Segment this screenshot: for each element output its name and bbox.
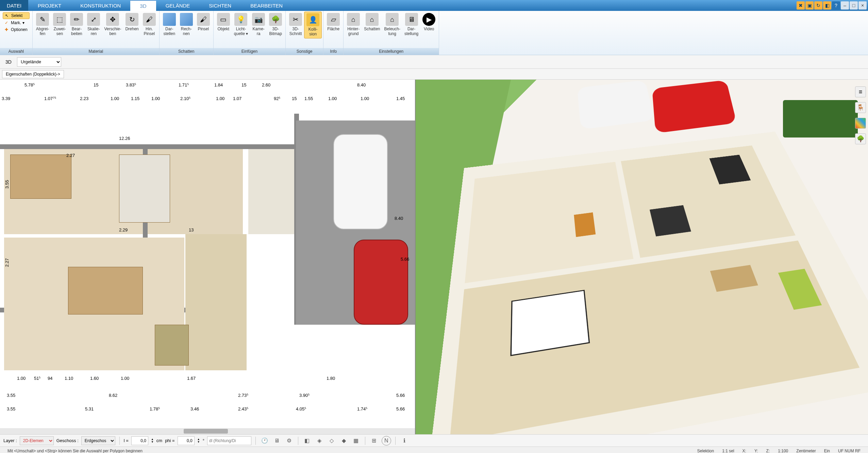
- snap-icon-5[interactable]: ▦: [351, 436, 361, 446]
- status-hint: Mit <Umschalt> und <Strg> können Sie die…: [3, 449, 147, 453]
- status-y: Y:: [750, 449, 762, 453]
- group-label-einstellungen: Einstellungen: [344, 48, 439, 55]
- status-selektion: Selektion: [693, 449, 718, 453]
- layer-select[interactable]: 2D-Elemen: [20, 436, 54, 445]
- sub-toolbar: 3D Urgelände: [0, 55, 868, 69]
- dim: 1.07: [233, 96, 241, 101]
- tool-icon-3[interactable]: ↻: [814, 1, 822, 10]
- dim: 1.00: [121, 376, 129, 381]
- ribbon-group-info: ▱Fläche Info: [323, 11, 344, 55]
- dim: 1.00: [361, 96, 369, 101]
- view-3d[interactable]: ≡ 🪑 🌳: [416, 80, 868, 434]
- group-label-einfuegen: Einfügen: [214, 48, 285, 55]
- optionen-button[interactable]: Optionen: [3, 27, 30, 33]
- close-icon[interactable]: ×: [858, 1, 867, 10]
- abgreifen-button[interactable]: ✎Abgrei- fen: [34, 12, 51, 38]
- car-white-3d: [577, 80, 655, 130]
- minimize-icon[interactable]: –: [841, 1, 849, 10]
- bearbeiten-button[interactable]: ✏Bear- beiten: [68, 12, 85, 38]
- menu-projekt[interactable]: PROJEKT: [28, 0, 71, 11]
- kamera-button[interactable]: 📷Kame- ra: [250, 12, 267, 38]
- menu-konstruktion[interactable]: KONSTRUKTION: [71, 0, 130, 11]
- zuweisen-button[interactable]: ⬚Zuwei- sen: [51, 12, 68, 38]
- skalieren-button[interactable]: ⤢Skalie- ren: [85, 12, 102, 38]
- beleuchtung-button[interactable]: ⌂Beleuch- tung: [382, 12, 402, 38]
- dim: 13: [189, 227, 194, 232]
- terrain-select[interactable]: Urgelände: [17, 57, 61, 67]
- snap-icon-1[interactable]: ◧: [302, 436, 312, 446]
- mark-button[interactable]: Mark. ▾: [3, 20, 30, 26]
- status-unit: Zentimeter: [792, 449, 820, 453]
- status-x: X:: [738, 449, 750, 453]
- menu-gelaende[interactable]: GELÄNDE: [156, 0, 200, 11]
- schatten2-button[interactable]: ⌂Schatten: [362, 12, 382, 33]
- lichtquelle-button[interactable]: 💡Licht- quelle ▾: [232, 12, 250, 38]
- snap-icon-3[interactable]: ◇: [327, 436, 336, 446]
- kollision-button[interactable]: 👤Kolli- sion: [304, 12, 322, 38]
- window-controls: ✖ ▣ ↻ ◧ ? – □ ×: [797, 0, 868, 11]
- monitor-icon[interactable]: 🖥: [272, 436, 282, 446]
- dl-input[interactable]: [207, 436, 251, 445]
- verschieben-button[interactable]: ✥Verschie- ben: [102, 12, 123, 38]
- selekt-button[interactable]: Selekt: [3, 12, 30, 19]
- palette-icon[interactable]: [855, 118, 866, 129]
- darstellen-button[interactable]: Dar- stellen: [161, 12, 178, 38]
- dim: 3.90⁵: [299, 393, 310, 398]
- dim: 3.55: [7, 393, 15, 398]
- info-icon[interactable]: ℹ: [400, 436, 409, 446]
- gear-icon[interactable]: ⚙: [284, 436, 294, 446]
- darstellung-button[interactable]: 🖥Dar- stellung: [402, 12, 420, 38]
- hintergrund-button[interactable]: ⌂Hinter- grund: [345, 12, 362, 38]
- drehen-button[interactable]: ↻Drehen: [123, 12, 140, 33]
- north-icon[interactable]: N: [382, 436, 391, 446]
- obj-3d: [574, 212, 596, 237]
- ribbon-group-sonstige: ✂3D- Schnitt 👤Kolli- sion Sonstige: [286, 11, 323, 55]
- status-scale: 1:100: [774, 449, 792, 453]
- dim: 3.55: [4, 180, 10, 189]
- chair-icon[interactable]: 🪑: [855, 102, 866, 113]
- properties-tab[interactable]: Eigenschaften (Doppelklick)->: [2, 70, 64, 78]
- scroll-thumb[interactable]: [184, 429, 228, 434]
- dim: 51⁵: [34, 376, 40, 381]
- help-icon[interactable]: ?: [832, 1, 840, 10]
- grid-icon[interactable]: ⊞: [369, 436, 379, 446]
- status-sel-count: 1:1 sel: [718, 449, 738, 453]
- hinpinsel-button[interactable]: 🖌Hin. Pinsel: [141, 12, 158, 38]
- phi-input[interactable]: [178, 436, 195, 445]
- video-button[interactable]: Video: [420, 12, 437, 33]
- tool-icon-1[interactable]: ✖: [797, 1, 805, 10]
- dim: 2.43⁵: [238, 406, 248, 411]
- objekt-button[interactable]: ▭Objekt: [215, 12, 232, 33]
- tool-icon-2[interactable]: ▣: [805, 1, 814, 10]
- dim: 1.84: [214, 82, 223, 87]
- view-2d-floorplan[interactable]: 5.78⁵ 15 3.83⁵ 1.71⁵ 1.84 15 2.60 8.40 3…: [0, 80, 416, 434]
- dim: 2.23: [80, 96, 88, 101]
- tool-icon-4[interactable]: ◧: [823, 1, 831, 10]
- pinsel-button[interactable]: 🖌Pinsel: [195, 12, 212, 33]
- phi-label: phi =: [165, 438, 175, 443]
- menu-3d[interactable]: 3D: [130, 0, 156, 11]
- flaeche-button[interactable]: ▱Fläche: [325, 12, 342, 33]
- dim: 5.78⁵: [24, 82, 35, 87]
- menu-datei[interactable]: DATEI: [0, 0, 28, 11]
- maximize-icon[interactable]: □: [850, 1, 858, 10]
- l-input[interactable]: [131, 436, 148, 445]
- dim: 15: [292, 96, 297, 101]
- bitmap3d-button[interactable]: 🌳3D- Bitmap: [267, 12, 284, 38]
- snap-icon-4[interactable]: ◆: [339, 436, 349, 446]
- menu-sichten[interactable]: SICHTEN: [199, 0, 241, 11]
- geschoss-select[interactable]: Erdgeschos: [81, 436, 115, 445]
- ribbon-group-einstellungen: ⌂Hinter- grund ⌂Schatten ⌂Beleuch- tung …: [344, 11, 439, 55]
- layers-icon[interactable]: ≡: [855, 86, 866, 97]
- tree-icon[interactable]: 🌳: [855, 133, 866, 144]
- rechnen-button[interactable]: Rech- nen: [178, 12, 195, 38]
- scrollbar-horizontal[interactable]: [0, 428, 415, 434]
- schnitt3d-button[interactable]: ✂3D- Schnitt: [287, 12, 304, 38]
- snap-icon-2[interactable]: ◈: [315, 436, 324, 446]
- status-bar: Mit <Umschalt> und <Strg> können Sie die…: [0, 447, 868, 453]
- clock-icon[interactable]: 🕐: [260, 436, 269, 446]
- menu-bearbeiten[interactable]: BEARBEITEN: [241, 0, 292, 11]
- dim: 1.15: [131, 96, 139, 101]
- dim: 3.39: [2, 96, 10, 101]
- dim: 1.80: [327, 376, 335, 381]
